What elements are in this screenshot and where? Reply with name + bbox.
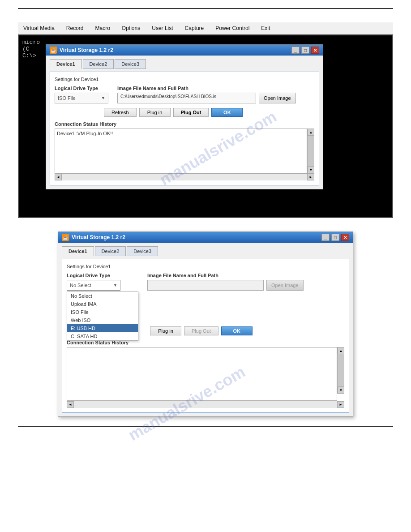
status-text-1: Device1 :VM Plug-In OK!! — [57, 131, 113, 136]
drive-col-1: Logical Drive Type ISO File ▼ — [55, 86, 108, 103]
vs-titlebar-left-2: ☕ Virtual Storage 1.2 r2 — [62, 234, 125, 241]
kvm-window: micro (C C:\> ☕ Virtual Storage 1.2 r2 _… — [18, 34, 393, 218]
menu-options[interactable]: Options — [120, 24, 142, 32]
status-box-1: Device1 :VM Plug-In OK!! — [55, 129, 307, 173]
logical-drive-label-2: Logical Drive Type — [67, 273, 120, 278]
dropdown-item-upload-ima[interactable]: Upload IMA — [67, 300, 138, 308]
ok-button-1[interactable]: OK — [211, 108, 243, 117]
vs-panel-2: Settings for Device1 Logical Drive Type … — [62, 259, 349, 413]
scrollbar-up-2[interactable]: ▲ — [338, 347, 344, 354]
vs-titlebar-controls-2: _ □ ✕ — [321, 234, 349, 241]
vs-titlebar-controls-1: _ □ ✕ — [291, 47, 319, 54]
menu-virtual-media[interactable]: Virtual Media — [21, 24, 56, 32]
vs-app-icon-2: ☕ — [62, 234, 69, 241]
status-box-2 — [67, 347, 337, 401]
horiz-left-arrow-1[interactable]: ◄ — [55, 174, 62, 180]
scrollbar-up-1[interactable]: ▲ — [308, 129, 314, 136]
scrollbar-down-2[interactable]: ▼ — [338, 386, 344, 394]
status-section-2: Connection Status History ▲ ▼ ◄ ► — [67, 340, 344, 408]
drive-row-2: Logical Drive Type No Select ▼ No Select… — [67, 273, 344, 291]
drive-select-arrow-2: ▼ — [113, 283, 117, 287]
tab-device1-1[interactable]: Device1 — [50, 59, 82, 69]
tab-device3-2[interactable]: Device3 — [127, 246, 158, 256]
tabs-row-2: Device1 Device2 Device3 — [62, 246, 349, 256]
dropdown-menu-2: No Select Upload IMA ISO File Web ISO E:… — [67, 292, 138, 341]
settings-title-2: Settings for Device1 — [67, 264, 344, 269]
dropdown-item-sata-hd[interactable]: C: SATA HD — [67, 332, 138, 340]
horiz-right-arrow-1[interactable]: ► — [307, 174, 314, 180]
tab-device2-1[interactable]: Device2 — [83, 59, 114, 69]
minimize-button-2[interactable]: _ — [321, 234, 330, 241]
menu-exit[interactable]: Exit — [259, 24, 272, 32]
dropdown-item-usb-hd[interactable]: E: USB HD — [67, 324, 138, 332]
drive-type-select-2[interactable]: No Select ▼ — [67, 280, 120, 291]
dropdown-item-no-select[interactable]: No Select — [67, 292, 138, 300]
status-section-1: Connection Status History Device1 :VM Pl… — [55, 121, 314, 180]
menu-capture[interactable]: Capture — [183, 24, 206, 32]
dropdown-item-iso-file[interactable]: ISO File — [67, 308, 138, 316]
scrollbar-down-1[interactable]: ▼ — [308, 166, 314, 173]
close-button-2[interactable]: ✕ — [341, 234, 349, 241]
scrollbar-thumb-2 — [338, 354, 344, 386]
image-col-1: Image File Name and Full Path C:\Users\e… — [117, 86, 296, 103]
image-path-input-1[interactable]: C:\Users\edmunds\Desktop\ISO\FLASH BIOS.… — [117, 93, 256, 103]
vs-app-icon-1: ☕ — [50, 47, 57, 54]
image-label-2: Image File Name and Full Path — [147, 273, 304, 278]
open-image-button-1[interactable]: Open Image — [259, 93, 296, 103]
menu-record[interactable]: Record — [64, 24, 86, 32]
image-row-1: C:\Users\edmunds\Desktop\ISO\FLASH BIOS.… — [117, 93, 296, 103]
status-label-1: Connection Status History — [55, 121, 314, 127]
menu-user-list[interactable]: User List — [150, 24, 175, 32]
drive-type-value-2: No Select — [70, 283, 91, 288]
tab-device1-2[interactable]: Device1 — [62, 246, 94, 256]
vs-panel-1: Settings for Device1 Logical Drive Type … — [50, 72, 319, 185]
drive-type-value-1: ISO File — [58, 95, 76, 101]
minimize-button-1[interactable]: _ — [291, 47, 300, 54]
vs-title-2: Virtual Storage 1.2 r2 — [72, 234, 125, 240]
drive-col-2: Logical Drive Type No Select ▼ No Select… — [67, 273, 120, 291]
menu-power-control[interactable]: Power Control — [214, 24, 251, 32]
vs-title-1: Virtual Storage 1.2 r2 — [60, 47, 113, 53]
status-scrollbar-1[interactable]: ▲ ▼ — [307, 129, 314, 173]
plugin-button-2[interactable]: Plug in — [150, 326, 181, 335]
tab-device3-1[interactable]: Device3 — [115, 59, 146, 69]
dropdown-item-web-iso[interactable]: Web ISO — [67, 316, 138, 324]
horiz-right-arrow-2[interactable]: ► — [337, 401, 344, 408]
action-btns-1: Refresh Plug in Plug Out OK — [55, 108, 314, 117]
horiz-scrollbar-2[interactable]: ◄ ► — [67, 401, 344, 408]
vs-titlebar-left-1: ☕ Virtual Storage 1.2 r2 — [50, 47, 113, 54]
bottom-rule — [18, 426, 393, 427]
plugin-button-1[interactable]: Plug in — [139, 108, 171, 117]
drive-type-select-1[interactable]: ISO File ▼ — [55, 93, 108, 103]
open-image-button-2[interactable]: Open Image — [266, 280, 304, 291]
ok-button-2[interactable]: OK — [221, 326, 253, 335]
plugout-button-1[interactable]: Plug Out — [173, 108, 209, 117]
horiz-left-arrow-2[interactable]: ◄ — [67, 401, 74, 408]
settings-title-1: Settings for Device1 — [55, 77, 314, 82]
tab-device2-2[interactable]: Device2 — [95, 246, 126, 256]
image-path-input-2[interactable] — [147, 280, 264, 291]
top-rule — [18, 8, 393, 9]
tabs-row-1: Device1 Device2 Device3 — [50, 59, 319, 69]
image-label-1: Image File Name and Full Path — [117, 86, 296, 91]
maximize-button-1[interactable]: □ — [301, 47, 309, 54]
vs-dialog-2: ☕ Virtual Storage 1.2 r2 _ □ ✕ Device1 D… — [58, 232, 353, 417]
vs-titlebar-1: ☕ Virtual Storage 1.2 r2 _ □ ✕ — [46, 45, 323, 56]
vs-titlebar-2: ☕ Virtual Storage 1.2 r2 _ □ ✕ — [58, 232, 353, 243]
close-button-1[interactable]: ✕ — [311, 47, 319, 54]
horiz-scrollbar-1[interactable]: ◄ ► — [55, 173, 314, 180]
section-2: ☕ Virtual Storage 1.2 r2 _ □ ✕ Device1 D… — [18, 232, 393, 417]
menu-macro[interactable]: Macro — [94, 24, 112, 32]
logical-drive-label-1: Logical Drive Type — [55, 86, 108, 91]
refresh-button-1[interactable]: Refresh — [104, 108, 137, 117]
image-col-2: Image File Name and Full Path Open Image — [147, 273, 304, 291]
menu-bar: Virtual Media Record Macro Options User … — [18, 22, 393, 34]
image-row-2: Open Image — [147, 280, 304, 291]
maximize-button-2[interactable]: □ — [331, 234, 339, 241]
plugout-button-2[interactable]: Plug Out — [184, 326, 218, 335]
vs-body-1: Device1 Device2 Device3 Settings for Dev… — [46, 56, 323, 189]
scrollbar-thumb-1 — [308, 136, 314, 166]
section-1: Virtual Media Record Macro Options User … — [18, 22, 393, 218]
vs-body-2: Device1 Device2 Device3 Settings for Dev… — [58, 243, 353, 416]
status-scrollbar-2[interactable]: ▲ ▼ — [337, 347, 344, 394]
